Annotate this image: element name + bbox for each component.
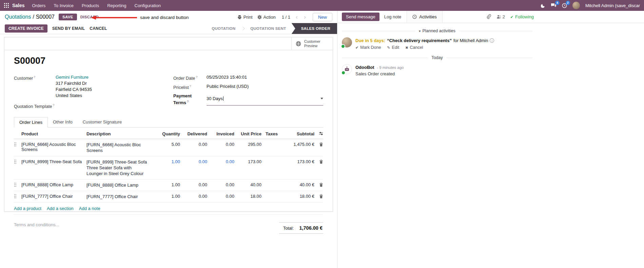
order-date-value[interactable]: 05/25/2023 15:40:01 xyxy=(207,74,247,81)
product-cell[interactable]: [FURN_6666] Acoustic Bloc Screens xyxy=(21,142,86,152)
add-section-link[interactable]: Add a section xyxy=(47,206,74,211)
invoiced-cell[interactable]: 0.00 xyxy=(207,194,234,199)
optional-columns-icon[interactable] xyxy=(314,131,323,137)
user-menu[interactable]: Mitchell Admin (save_discar xyxy=(585,3,640,8)
nav-item-configuration[interactable]: Configuration xyxy=(135,3,161,8)
order-line-row[interactable]: [FURN_8999] Three-Seat Sofa [FURN_8999] … xyxy=(14,156,323,179)
mark-done-button[interactable]: Mark Done xyxy=(355,45,381,50)
step-sales-order[interactable]: SALES ORDER xyxy=(292,23,337,34)
product-cell[interactable]: [FURN_7777] Office Chair xyxy=(21,194,86,199)
customer-preview-button[interactable]: Customer Preview xyxy=(291,37,333,50)
order-line-row[interactable]: [FURN_6666] Acoustic Bloc Screens [FURN_… xyxy=(14,139,323,156)
nav-item-reporting[interactable]: Reporting xyxy=(107,3,126,8)
nav-item-to-invoice[interactable]: To Invoice xyxy=(54,3,74,8)
tab-order-lines[interactable]: Order Lines xyxy=(14,117,48,128)
log-note-button[interactable]: Log note xyxy=(384,11,402,23)
payment-terms-input[interactable]: 30 Days xyxy=(207,93,323,106)
discard-button[interactable]: DISCARD xyxy=(80,15,99,19)
apps-grid-icon[interactable] xyxy=(4,3,9,8)
header-delivered[interactable]: Delivered xyxy=(180,131,207,136)
delete-line-icon[interactable] xyxy=(314,194,323,199)
drag-handle-icon[interactable] xyxy=(14,142,17,148)
tab-other-info[interactable]: Other Info xyxy=(48,117,78,127)
header-description[interactable]: Description xyxy=(86,131,152,136)
header-subtotal[interactable]: Subtotal xyxy=(280,131,314,136)
app-name[interactable]: Sales xyxy=(12,3,25,8)
edit-activity-button[interactable]: Edit xyxy=(387,45,399,50)
order-line-row[interactable]: [FURN_7777] Office Chair [FURN_7777] Off… xyxy=(14,191,323,203)
message-author[interactable]: OdooBot xyxy=(355,65,374,70)
unit-price-cell[interactable]: 173.00 xyxy=(234,159,261,164)
unit-price-cell[interactable]: 18.00 xyxy=(234,194,261,199)
customer-link[interactable]: Gemini Furniture xyxy=(56,75,89,80)
quantity-cell[interactable]: 5.00 xyxy=(152,142,180,147)
create-invoice-button[interactable]: CREATE INVOICE xyxy=(5,24,47,33)
header-invoiced[interactable]: Invoiced xyxy=(207,131,234,136)
save-button[interactable]: SAVE xyxy=(59,14,77,20)
description-cell[interactable]: [FURN_8888] Office Lamp xyxy=(86,182,152,188)
quantity-cell[interactable]: 1.00 xyxy=(152,182,180,187)
product-cell[interactable]: [FURN_8888] Office Lamp xyxy=(21,182,86,187)
description-cell[interactable]: [FURN_7777] Office Chair xyxy=(86,194,152,199)
print-button[interactable]: Print xyxy=(237,15,253,20)
delivered-cell[interactable]: 0.00 xyxy=(180,142,207,147)
header-unit-price[interactable]: Unit Price xyxy=(234,131,261,136)
cancel-activity-button[interactable]: Cancel xyxy=(405,45,423,50)
new-record-button[interactable]: New xyxy=(313,13,332,21)
description-cell[interactable]: [FURN_8999] Three-Seat SofaThree Seater … xyxy=(86,159,152,176)
pricelist-value[interactable]: Public Pricelist (USD) xyxy=(207,83,249,90)
terms-placeholder[interactable]: Terms and conditions... xyxy=(14,222,59,234)
order-line-row[interactable]: [FURN_8888] Office Lamp [FURN_8888] Offi… xyxy=(14,179,323,191)
description-cell[interactable]: [FURN_6666] Acoustic Bloc Screens xyxy=(86,142,152,153)
product-cell[interactable]: [FURN_8999] Three-Seat Sofa xyxy=(21,159,86,164)
breadcrumb-quotations[interactable]: Quotations xyxy=(5,14,31,20)
unit-price-cell[interactable]: 295.00 xyxy=(234,142,261,147)
action-menu-button[interactable]: Action xyxy=(257,15,276,20)
info-icon[interactable] xyxy=(490,38,494,43)
step-quotation[interactable]: QUOTATION xyxy=(206,23,241,34)
step-quotation-sent[interactable]: QUOTATION SENT xyxy=(245,23,291,34)
delete-line-icon[interactable] xyxy=(314,159,323,165)
dark-mode-moon-icon[interactable] xyxy=(541,3,545,8)
dropdown-caret-icon[interactable] xyxy=(320,98,323,99)
cancel-button[interactable]: CANCEL xyxy=(90,26,107,31)
drag-handle-icon[interactable] xyxy=(14,160,17,165)
header-quantity[interactable]: Quantity xyxy=(152,131,180,136)
delete-line-icon[interactable] xyxy=(314,182,323,188)
nav-item-orders[interactable]: Orders xyxy=(32,3,46,8)
next-record-button[interactable]: › xyxy=(303,14,307,20)
invoiced-cell[interactable]: 0.00 xyxy=(207,159,234,164)
add-note-link[interactable]: Add a note xyxy=(79,206,100,211)
nav-item-products[interactable]: Products xyxy=(82,3,99,8)
send-by-email-button[interactable]: SEND BY EMAIL xyxy=(52,26,85,31)
delivered-cell[interactable]: 0.00 xyxy=(180,194,207,199)
invoiced-cell[interactable]: 0.00 xyxy=(207,182,234,187)
planned-activities-toggle[interactable]: Planned activities xyxy=(419,28,455,33)
activity-summary[interactable]: “Check delivery requirements” xyxy=(387,38,452,43)
following-button[interactable]: Following xyxy=(510,14,534,19)
previous-record-button[interactable]: ‹ xyxy=(295,14,298,20)
activities-clock-icon[interactable]: 2 xyxy=(562,3,567,8)
drag-handle-icon[interactable] xyxy=(14,183,17,188)
tab-customer-signature[interactable]: Customer Signature xyxy=(78,117,127,127)
messages-icon[interactable]: 4 xyxy=(551,3,557,8)
invoiced-cell[interactable]: 0.00 xyxy=(207,142,234,147)
quantity-cell[interactable]: 1.00 xyxy=(152,159,180,164)
odoobot-avatar[interactable] xyxy=(342,64,352,74)
unit-price-cell[interactable]: 40.00 xyxy=(234,182,261,187)
quotation-template-field[interactable]: Quotation Template? xyxy=(14,102,173,109)
activity-avatar[interactable] xyxy=(342,37,352,47)
followers-button[interactable]: 2 xyxy=(496,14,505,19)
send-message-button[interactable]: Send message xyxy=(342,13,379,21)
user-avatar[interactable] xyxy=(572,2,580,9)
header-product[interactable]: Product xyxy=(21,131,86,136)
add-product-link[interactable]: Add a product xyxy=(14,206,41,211)
delete-line-icon[interactable] xyxy=(314,142,323,148)
activities-tab[interactable]: Activities xyxy=(407,11,442,23)
delivered-cell[interactable]: 0.00 xyxy=(180,159,207,164)
quantity-cell[interactable]: 1.00 xyxy=(152,194,180,199)
attachments-icon[interactable] xyxy=(486,14,491,20)
drag-handle-icon[interactable] xyxy=(14,194,17,199)
header-taxes[interactable]: Taxes xyxy=(261,131,280,136)
delivered-cell[interactable]: 0.00 xyxy=(180,182,207,187)
